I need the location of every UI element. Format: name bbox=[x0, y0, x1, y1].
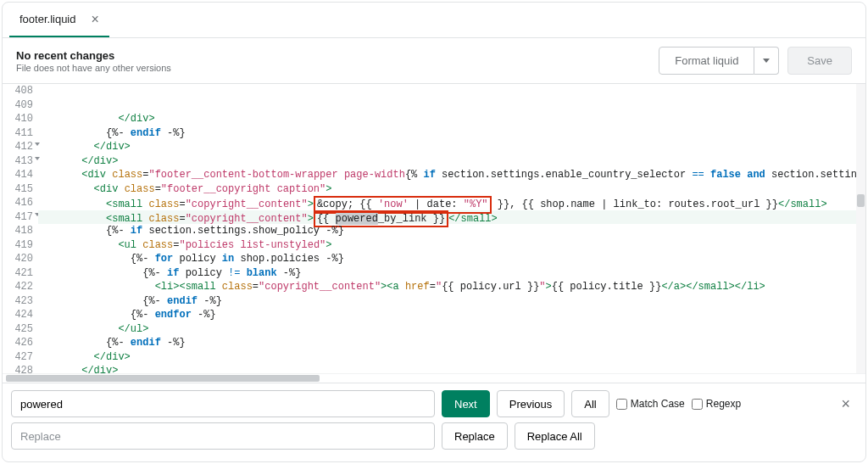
save-button[interactable]: Save bbox=[787, 47, 852, 75]
line-number: 411 bbox=[3, 126, 33, 141]
format-button-group: Format liquid bbox=[659, 47, 779, 75]
tab-bar: footer.liquid × bbox=[3, 3, 865, 38]
line-number: 410 bbox=[3, 112, 33, 126]
code-line[interactable]: {%- endif -%} bbox=[38, 126, 865, 141]
horizontal-scrollbar[interactable] bbox=[3, 373, 865, 383]
line-number: 421 bbox=[3, 266, 33, 281]
line-number: 413 bbox=[3, 154, 33, 169]
code-editor[interactable]: 4084094104114124134144154164174184194204… bbox=[3, 84, 865, 373]
code-line[interactable]: <div class="footer__copyright caption"> bbox=[38, 182, 865, 197]
tab-footer-liquid[interactable]: footer.liquid × bbox=[9, 3, 109, 37]
scrollbar-thumb[interactable] bbox=[857, 194, 865, 207]
regexp-label: Regexp bbox=[706, 398, 741, 410]
replace-button[interactable]: Replace bbox=[442, 422, 508, 450]
close-search-icon[interactable]: × bbox=[834, 395, 857, 413]
code-line[interactable]: </div> bbox=[38, 112, 865, 126]
format-liquid-button[interactable]: Format liquid bbox=[659, 47, 754, 75]
line-number: 415 bbox=[3, 182, 33, 197]
line-number: 417 bbox=[3, 210, 33, 225]
replace-input[interactable] bbox=[11, 422, 435, 450]
match-case-input[interactable] bbox=[616, 399, 627, 410]
line-number: 416 bbox=[3, 196, 33, 210]
previous-button[interactable]: Previous bbox=[497, 390, 565, 417]
line-number: 428 bbox=[3, 364, 33, 373]
code-line[interactable]: <div class="footer__content-bottom-wrapp… bbox=[38, 168, 865, 182]
line-number: 412 bbox=[3, 140, 33, 154]
code-area[interactable]: </div> {%- endif -%} </div> </div> <div … bbox=[38, 84, 865, 373]
tab-label: footer.liquid bbox=[19, 13, 76, 25]
vertical-scrollbar[interactable] bbox=[856, 84, 865, 373]
line-number: 425 bbox=[3, 322, 33, 337]
scrollbar-thumb[interactable] bbox=[6, 375, 320, 382]
code-line[interactable]: {%- if section.settings.show_policy -%} bbox=[38, 224, 865, 238]
code-line[interactable]: <small class="copyright__content">{{ pow… bbox=[38, 210, 865, 225]
code-line[interactable]: </div> bbox=[38, 364, 865, 373]
header-subtitle: File does not have any other versions bbox=[16, 63, 171, 73]
line-number: 427 bbox=[3, 350, 33, 365]
code-line[interactable]: <small class="copyright__content">&copy;… bbox=[38, 196, 865, 210]
code-line[interactable]: </div> bbox=[38, 154, 865, 169]
code-line[interactable]: </div> bbox=[38, 140, 865, 154]
all-button[interactable]: All bbox=[571, 390, 609, 417]
regexp-input[interactable] bbox=[692, 399, 703, 410]
search-panel: Next Previous All Match Case Regexp × Re… bbox=[3, 383, 865, 461]
code-line[interactable]: {%- endif -%} bbox=[38, 336, 865, 350]
line-number: 424 bbox=[3, 308, 33, 322]
match-case-label: Match Case bbox=[631, 398, 685, 410]
line-number: 418 bbox=[3, 224, 33, 238]
search-input[interactable] bbox=[11, 390, 435, 417]
match-case-checkbox[interactable]: Match Case bbox=[616, 398, 685, 410]
next-button[interactable]: Next bbox=[442, 390, 490, 417]
code-line[interactable]: {%- endfor -%} bbox=[38, 308, 865, 322]
code-line[interactable]: {%- if policy != blank -%} bbox=[38, 266, 865, 281]
code-line[interactable]: </ul> bbox=[38, 322, 865, 337]
code-line[interactable]: <li><small class="copyright__content"><a… bbox=[38, 280, 865, 294]
code-line[interactable]: {%- for policy in shop.policies -%} bbox=[38, 252, 865, 266]
header-left: No recent changes File does not have any… bbox=[16, 49, 171, 73]
close-icon[interactable]: × bbox=[92, 12, 99, 27]
line-gutter: 4084094104114124134144154164174184194204… bbox=[3, 84, 38, 373]
chevron-down-icon bbox=[763, 59, 770, 63]
line-number: 419 bbox=[3, 238, 33, 253]
header-title: No recent changes bbox=[16, 49, 171, 62]
line-number: 408 bbox=[3, 84, 33, 98]
header-bar: No recent changes File does not have any… bbox=[3, 38, 865, 84]
replace-all-button[interactable]: Replace All bbox=[515, 422, 595, 450]
code-line[interactable]: {%- endif -%} bbox=[38, 294, 865, 309]
format-dropdown-button[interactable] bbox=[754, 47, 779, 75]
line-number: 414 bbox=[3, 168, 33, 182]
editor-container: footer.liquid × No recent changes File d… bbox=[2, 2, 866, 462]
line-number: 420 bbox=[3, 252, 33, 266]
line-number: 409 bbox=[3, 98, 33, 113]
regexp-checkbox[interactable]: Regexp bbox=[692, 398, 741, 410]
code-line[interactable]: <ul class="policies list-unstyled"> bbox=[38, 238, 865, 253]
header-actions: Format liquid Save bbox=[659, 47, 852, 75]
line-number: 426 bbox=[3, 336, 33, 350]
line-number: 423 bbox=[3, 294, 33, 309]
code-line[interactable]: </div> bbox=[38, 350, 865, 365]
line-number: 422 bbox=[3, 280, 33, 294]
